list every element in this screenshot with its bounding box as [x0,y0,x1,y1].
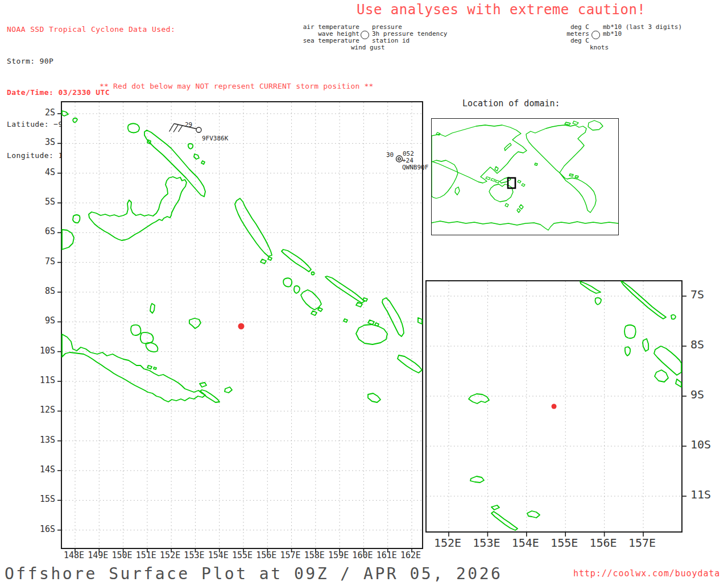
units-legend-left-column: deg C meters deg C [532,24,589,45]
main-map-coastlines [62,111,422,402]
world-map-graphic [432,119,618,235]
lat-tick-label: 4S [29,167,55,177]
lon-tick-label: 156E [253,550,279,560]
lat-tick-label: 13S [29,435,55,445]
lon-tick-label: 157E [278,550,304,560]
world-coastlines [432,120,618,230]
lon-tick-label: 152E [157,550,183,560]
lat-tick-label: 11S [690,488,711,501]
station-plot-QWNB9QF [396,156,403,162]
lon-tick-label: 162E [398,550,424,560]
lon-tick-label: 155E [229,550,255,560]
storm-info-storm: Storm: 90P [7,56,175,67]
main-map-graphic [62,102,422,548]
lat-tick-label: 16S [29,524,55,534]
source-url: http://coolwx.com/buoydata [573,568,720,579]
lat-tick-label: 9S [690,388,704,401]
lat-tick-label: 7S [690,288,704,301]
station1-id: 9FV386K [202,135,228,142]
legend-sea-temperature: sea temperature [291,38,359,44]
station2-pressure: 052 [403,151,414,157]
lat-tick-label: 10S [690,438,711,451]
lon-tick-label: 155E [546,536,582,550]
wind-barb-feather [179,126,183,132]
station-circle-outer [396,156,403,162]
lat-tick-label: 11S [29,375,55,385]
lon-tick-label: 149E [85,550,111,560]
lat-tick-label: 8S [690,338,704,351]
lat-tick-label: 2S [29,107,55,118]
station-legend-left-column: air temperature wave height sea temperat… [291,24,359,45]
storm-position-dot [238,323,245,330]
station1-air-temp: 29 [185,122,192,128]
station2-pressure-tendency: +24 [402,157,413,164]
unit-knots: knots [590,44,609,51]
lon-tick-label: 151E [133,550,159,560]
lon-tick-label: 159E [325,550,351,560]
legend-wind-gust: wind gust [351,44,385,51]
station-circle-icon [361,31,369,39]
lat-tick-label: 12S [29,405,55,415]
lon-tick-label: 153E [181,550,207,560]
lon-tick-label: 153E [468,536,504,550]
lon-tick-label: 150E [109,550,135,560]
lon-tick-label: 158E [301,550,328,560]
lon-tick-label: 157E [624,536,660,550]
lat-tick-label: 3S [29,137,55,147]
station2-id: QWNB9QF [402,164,428,171]
lon-tick-label: 148E [61,550,87,560]
lon-tick-label: 152E [429,536,466,550]
inset-map-title: Location of domain: [462,98,560,109]
lon-tick-label: 154E [507,536,544,550]
lon-tick-label: 154E [205,550,231,560]
unit-tendency: mb*10 [603,31,682,38]
lat-tick-label: 9S [29,315,55,326]
storm-position-dot-zoom [552,404,557,409]
lat-tick-label: 10S [29,346,55,356]
lat-tick-label: 15S [29,494,55,504]
plot-title: Offshore Surface Plot at 09Z / APR 05, 2… [5,564,502,582]
wind-barb-feather [169,124,175,132]
lon-tick-label: 160E [349,550,375,560]
zoom-map-coastlines [469,281,681,530]
zoom-map-ticks [449,296,686,537]
lon-tick-label: 156E [585,536,622,550]
buoy-plot-canvas: NOAA SSD Tropical Cyclone Data Used: Sto… [0,0,728,582]
caution-headline: Use analyses with extreme caution! [357,2,646,18]
world-inset-map [431,118,619,235]
station2-air-temp: 30 [386,152,394,158]
main-map-ticks [57,114,412,552]
zoom-surface-map [425,280,682,533]
lat-tick-label: 8S [29,286,55,296]
zoom-map-graphic [427,281,681,531]
domain-location-box [508,178,515,188]
units-legend-right-column: mb*10 (last 3 digits) mb*10 [603,24,682,38]
units-circle-icon [592,31,600,39]
storm-info-heading: NOAA SSD Tropical Cyclone Data Used: [7,24,175,35]
lat-tick-label: 14S [29,464,55,475]
main-surface-map: 29 9FV386K 30 052 +24 QWNB9QF [61,101,423,549]
wind-barb-feather [173,124,179,132]
station-legend-right-column: pressure 3h pressure tendency station id [372,24,447,45]
lon-tick-label: 161E [374,550,400,560]
station-circle [196,127,201,132]
lat-tick-label: 5S [29,197,55,207]
station-circle-inner [398,157,400,160]
lat-tick-label: 6S [29,226,55,236]
unit-deg-c-sea: deg C [532,38,589,44]
lat-tick-label: 7S [29,256,55,267]
storm-dot-warning: ** Red dot below may NOT represent CURRE… [100,82,374,90]
